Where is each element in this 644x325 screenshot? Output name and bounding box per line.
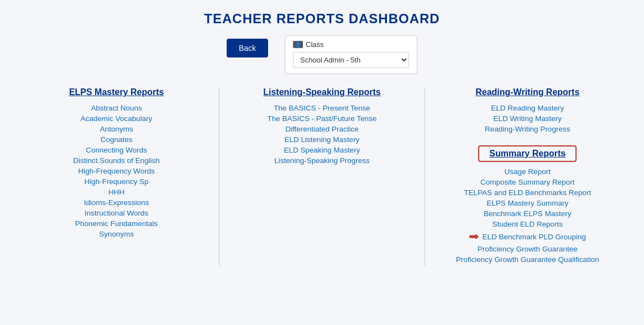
listening-link-0[interactable]: The BASICS - Present Tense bbox=[228, 104, 416, 112]
summary-link-2[interactable]: TELPAS and ELD Benchmarks Report bbox=[433, 188, 621, 197]
class-select[interactable]: School Admin - 5th School Admin - 4th Sc… bbox=[293, 52, 409, 68]
elps-link-10[interactable]: Instructional Words bbox=[23, 209, 211, 217]
listening-link-4[interactable]: ELD Speaking Mastery bbox=[228, 146, 416, 154]
bottom-link-1[interactable]: Proficiency Growth Guarantee Qualificati… bbox=[433, 255, 621, 264]
listening-link-1[interactable]: The BASICS - Past/Future Tense bbox=[228, 114, 416, 123]
class-box-title: 👤 Class bbox=[293, 40, 409, 49]
summary-reports-header[interactable]: Summary Reports bbox=[489, 149, 566, 158]
listening-link-3[interactable]: ELD Listening Mastery bbox=[228, 135, 416, 144]
reading-column-header[interactable]: Reading-Writing Reports bbox=[433, 87, 621, 97]
elps-column: ELPS Mastery Reports Abstract Nouns Acad… bbox=[23, 87, 211, 240]
elps-link-3[interactable]: Cognates bbox=[23, 135, 211, 144]
highlighted-link-row: ➡ ELD Benchmark PLD Grouping bbox=[433, 230, 621, 243]
elps-link-11[interactable]: Phonemic Fundamentals bbox=[23, 219, 211, 228]
divider-2 bbox=[425, 87, 425, 266]
summary-link-4[interactable]: Benchmark ELPS Mastery bbox=[433, 209, 621, 218]
back-button[interactable]: Back bbox=[227, 39, 268, 57]
elps-link-9[interactable]: Idioms-Expressions bbox=[23, 198, 211, 207]
summary-section: Summary Reports Usage Report Composite S… bbox=[433, 141, 621, 264]
elps-link-12[interactable]: Synonyms bbox=[23, 230, 211, 238]
elps-link-2[interactable]: Antonyms bbox=[23, 125, 211, 133]
highlighted-link[interactable]: ELD Benchmark PLD Grouping bbox=[482, 233, 586, 241]
class-box: 👤 Class School Admin - 5th School Admin … bbox=[285, 35, 417, 74]
listening-link-5[interactable]: Listening-Speaking Progress bbox=[228, 156, 416, 165]
bottom-link-0[interactable]: Proficiency Growth Guarantee bbox=[433, 245, 621, 253]
listening-column: Listening-Speaking Reports The BASICS - … bbox=[228, 87, 416, 167]
summary-link-0[interactable]: Usage Report bbox=[433, 167, 621, 176]
red-arrow-icon: ➡ bbox=[469, 230, 479, 243]
page-title: TEACHER REPORTS DASHBOARD bbox=[22, 11, 622, 27]
class-icon: 👤 bbox=[293, 41, 303, 48]
elps-link-0[interactable]: Abstract Nouns bbox=[23, 104, 211, 112]
listening-link-2[interactable]: Differentiated Practice bbox=[228, 125, 416, 133]
divider-1 bbox=[219, 87, 219, 266]
elps-link-7[interactable]: High-Frequency Sp bbox=[23, 177, 211, 186]
elps-link-1[interactable]: Academic Vocabulary bbox=[23, 114, 211, 123]
elps-link-5[interactable]: Distinct Sounds of English bbox=[23, 156, 211, 165]
summary-link-5[interactable]: Student ELD Reports bbox=[433, 220, 621, 228]
listening-column-header[interactable]: Listening-Speaking Reports bbox=[228, 87, 416, 97]
class-label: Class bbox=[306, 40, 324, 49]
elps-link-6[interactable]: High-Frequency Words bbox=[23, 167, 211, 175]
page-wrapper: TEACHER REPORTS DASHBOARD Back 👤 Class S… bbox=[0, 0, 644, 325]
reading-link-2[interactable]: Reading-Writing Progress bbox=[433, 125, 621, 133]
summary-box: Summary Reports bbox=[478, 145, 577, 162]
columns-area: ELPS Mastery Reports Abstract Nouns Acad… bbox=[22, 87, 622, 266]
elps-link-8[interactable]: HHH bbox=[23, 188, 211, 196]
reading-link-0[interactable]: ELD Reading Mastery bbox=[433, 104, 621, 112]
summary-link-1[interactable]: Composite Summary Report bbox=[433, 178, 621, 186]
elps-link-4[interactable]: Connecting Words bbox=[23, 146, 211, 154]
reading-link-1[interactable]: ELD Writing Mastery bbox=[433, 114, 621, 123]
top-controls: Back 👤 Class School Admin - 5th School A… bbox=[22, 35, 622, 74]
elps-column-header[interactable]: ELPS Mastery Reports bbox=[23, 87, 211, 97]
summary-link-3[interactable]: ELPS Mastery Summary bbox=[433, 199, 621, 207]
reading-column: Reading-Writing Reports ELD Reading Mast… bbox=[433, 87, 621, 266]
